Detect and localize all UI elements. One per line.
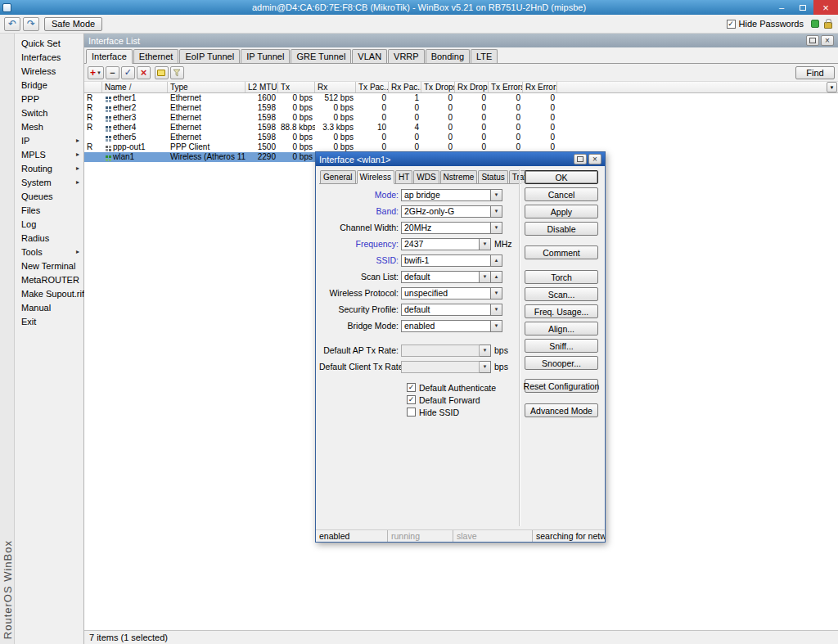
tab-eoip-tunnel[interactable]: EoIP Tunnel bbox=[179, 49, 240, 63]
freq-usage-button[interactable]: Freq. Usage... bbox=[525, 304, 598, 318]
sidebar-item-mesh[interactable]: Mesh bbox=[15, 119, 83, 133]
add-interface-button[interactable]: +▼ bbox=[88, 66, 104, 79]
column-header-type[interactable]: Type bbox=[168, 82, 246, 92]
interface-list-restore-button[interactable] bbox=[806, 35, 819, 46]
ok-button[interactable]: OK bbox=[525, 170, 598, 184]
dropdown-arrow-icon[interactable]: ▼ bbox=[480, 361, 491, 373]
sidebar-item-ppp[interactable]: PPP bbox=[15, 92, 83, 106]
default-authenticate-checkbox[interactable]: ✓Default Authenticate bbox=[407, 381, 524, 394]
column-header-rx-errors[interactable]: Rx Errors bbox=[523, 82, 557, 92]
wireless-protocol-input[interactable]: unspecified bbox=[401, 287, 491, 299]
tab-lte[interactable]: LTE bbox=[471, 49, 498, 63]
dialog-tab-wireless[interactable]: Wireless bbox=[357, 170, 394, 184]
scan-button[interactable]: Scan... bbox=[525, 287, 598, 301]
column-header-rx-drops[interactable]: Rx Drops bbox=[455, 82, 489, 92]
mode-input[interactable]: ap bridge bbox=[401, 189, 491, 201]
default-client-tx-rate-input[interactable] bbox=[401, 361, 480, 373]
sidebar-item-tools[interactable]: Tools▸ bbox=[15, 245, 83, 259]
tab-interface[interactable]: Interface bbox=[86, 49, 133, 64]
sidebar-item-new-terminal[interactable]: New Terminal bbox=[15, 259, 83, 272]
hide-ssid-checkbox[interactable]: Hide SSID bbox=[407, 406, 524, 418]
enable-button[interactable]: ✓ bbox=[121, 66, 135, 79]
column-header-name[interactable]: Name/ bbox=[102, 82, 168, 92]
column-header-tx-pac[interactable]: Tx Pac... bbox=[356, 82, 389, 92]
sidebar-item-mpls[interactable]: MPLS▸ bbox=[15, 147, 83, 161]
column-header-tx-drops[interactable]: Tx Drops bbox=[421, 82, 455, 92]
disable-button[interactable]: Disable bbox=[525, 222, 598, 236]
remove-button[interactable]: − bbox=[106, 66, 119, 79]
band-input[interactable]: 2GHz-only-G bbox=[401, 205, 491, 218]
sidebar-item-radius[interactable]: Radius bbox=[15, 231, 83, 245]
interface-row-ether3[interactable]: Rether3Ethernet15980 bps0 bps000000 bbox=[84, 113, 557, 123]
minimize-button[interactable]: – bbox=[771, 0, 792, 15]
dropdown-arrow-icon[interactable]: ▼ bbox=[491, 189, 502, 201]
sniff-button[interactable]: Sniff... bbox=[525, 339, 598, 353]
expand-arrow-icon[interactable]: ▲ bbox=[491, 271, 502, 283]
cancel-button[interactable]: Cancel bbox=[525, 187, 598, 201]
sidebar-item-wireless[interactable]: Wireless bbox=[15, 64, 83, 78]
interface-list-close-button[interactable]: × bbox=[821, 35, 834, 46]
advanced-mode-button[interactable]: Advanced Mode bbox=[525, 403, 598, 417]
align-button[interactable]: Align... bbox=[525, 322, 598, 336]
dropdown-arrow-icon[interactable]: ▼ bbox=[491, 287, 502, 299]
column-select-button[interactable]: ▼ bbox=[827, 82, 837, 92]
column-header-tx-errors[interactable]: Tx Errors bbox=[489, 82, 523, 92]
column-header-tx[interactable]: Tx bbox=[278, 82, 315, 92]
sidebar-item-interfaces[interactable]: Interfaces bbox=[15, 50, 83, 64]
tab-ethernet[interactable]: Ethernet bbox=[133, 49, 179, 63]
sidebar-item-metarouter[interactable]: MetaROUTER bbox=[15, 272, 83, 286]
redo-button[interactable]: ↷ bbox=[23, 17, 39, 31]
comment-button[interactable] bbox=[155, 66, 169, 79]
sidebar-item-bridge[interactable]: Bridge bbox=[15, 78, 83, 92]
dialog-tab-status[interactable]: Status bbox=[478, 170, 507, 183]
bridge-mode-input[interactable]: enabled bbox=[401, 320, 491, 332]
reset-configuration-button[interactable]: Reset Configuration bbox=[525, 379, 598, 393]
tab-vlan[interactable]: VLAN bbox=[352, 49, 387, 63]
tab-ip-tunnel[interactable]: IP Tunnel bbox=[241, 49, 290, 63]
sidebar-item-routing[interactable]: Routing▸ bbox=[15, 161, 83, 175]
torch-button[interactable]: Torch bbox=[525, 270, 598, 284]
dialog-titlebar[interactable]: Interface <wlan1> × bbox=[316, 152, 605, 166]
snooper-button[interactable]: Snooper... bbox=[525, 356, 598, 370]
disable-button[interactable]: × bbox=[137, 66, 151, 79]
apply-button[interactable]: Apply bbox=[525, 205, 598, 218]
tab-bonding[interactable]: Bonding bbox=[426, 49, 470, 63]
comment-button[interactable]: Comment bbox=[525, 245, 598, 259]
dialog-restore-button[interactable] bbox=[574, 154, 587, 164]
sidebar-item-ip[interactable]: IP▸ bbox=[15, 133, 83, 147]
dropdown-arrow-icon[interactable]: ▼ bbox=[480, 238, 491, 250]
default-forward-checkbox[interactable]: ✓Default Forward bbox=[407, 394, 524, 406]
dialog-close-button[interactable]: × bbox=[588, 154, 601, 164]
interface-row-ether4[interactable]: Rether4Ethernet159888.8 kbps3.3 kbps1040… bbox=[84, 123, 557, 133]
dialog-tab-wds[interactable]: WDS bbox=[413, 170, 439, 183]
sidebar-item-exit[interactable]: Exit bbox=[15, 314, 83, 328]
frequency-input[interactable]: 2437 bbox=[401, 238, 480, 250]
dropdown-arrow-icon[interactable]: ▼ bbox=[491, 205, 502, 218]
sidebar-item-make-supout-rif[interactable]: Make Supout.rif bbox=[15, 286, 83, 300]
dialog-tab-ht[interactable]: HT bbox=[395, 170, 412, 183]
column-header-rx-pac[interactable]: Rx Pac... bbox=[389, 82, 421, 92]
channel-width-input[interactable]: 20MHz bbox=[401, 222, 491, 234]
close-button[interactable]: × bbox=[813, 0, 838, 15]
tab-vrrp[interactable]: VRRP bbox=[388, 49, 425, 63]
dropdown-arrow-icon[interactable]: ▼ bbox=[480, 271, 491, 283]
undo-button[interactable]: ↶ bbox=[4, 17, 20, 31]
sidebar-item-quick-set[interactable]: Quick Set bbox=[15, 36, 83, 50]
interface-row-ether5[interactable]: ether5Ethernet15980 bps0 bps000000 bbox=[84, 133, 557, 142]
expand-arrow-icon[interactable]: ▲ bbox=[491, 254, 502, 267]
sidebar-item-files[interactable]: Files bbox=[15, 203, 83, 217]
hide-passwords-checkbox[interactable]: ✓ Hide Passwords bbox=[727, 19, 804, 29]
sidebar-item-manual[interactable]: Manual bbox=[15, 300, 83, 314]
tab-gre-tunnel[interactable]: GRE Tunnel bbox=[291, 49, 351, 63]
security-profile-input[interactable]: default bbox=[401, 304, 491, 316]
column-header-l2-mtu[interactable]: L2 MTU bbox=[246, 82, 278, 92]
safe-mode-button[interactable]: Safe Mode bbox=[44, 17, 102, 31]
interface-row-ether1[interactable]: Rether1Ethernet16000 bps512 bps010000 bbox=[84, 93, 557, 103]
dropdown-arrow-icon[interactable]: ▼ bbox=[491, 320, 502, 332]
interface-row-ether2[interactable]: Rether2Ethernet15980 bps0 bps000000 bbox=[84, 103, 557, 113]
sidebar-item-log[interactable]: Log bbox=[15, 217, 83, 231]
dialog-tab-general[interactable]: General bbox=[320, 170, 356, 183]
ssid-input[interactable]: bwifi-1 bbox=[401, 254, 491, 267]
filter-button[interactable] bbox=[170, 66, 184, 79]
sidebar-item-switch[interactable]: Switch bbox=[15, 106, 83, 119]
